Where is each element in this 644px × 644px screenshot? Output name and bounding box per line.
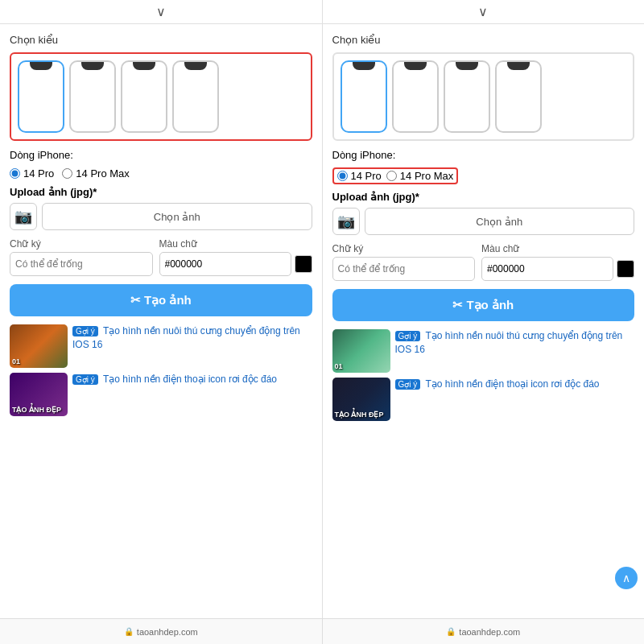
right-article-text-1: Gợi ý Tạo hình nền điện thoại icon rơi đ…: [395, 378, 635, 391]
right-article-thumb-label-0: 01: [335, 362, 343, 370]
left-article-badge-0: Gợi ý: [72, 326, 98, 336]
right-upload-label: Upload ảnh (jpg)*: [332, 191, 635, 203]
right-article-title-0[interactable]: Tạo hình nền nuôi thú cưng chuyển động t…: [395, 330, 623, 355]
top-bar-left[interactable]: ∨: [0, 0, 323, 23]
left-phone-notch-0: [30, 62, 52, 70]
right-article-thumb-label-1: TẠO ẢNH ĐẸP: [335, 411, 384, 419]
right-chu-ky-input[interactable]: [332, 257, 476, 281]
chevron-down-icon-left: ∨: [156, 4, 166, 19]
right-chon-anh-button[interactable]: Chọn ảnh: [365, 208, 635, 235]
right-camera-icon: 📷: [337, 213, 355, 230]
right-radio-14pro-label: 14 Pro: [351, 170, 382, 182]
right-article-1[interactable]: TẠO ẢNH ĐẸP Gợi ý Tạo hình nền điện thoạ…: [332, 378, 635, 421]
left-dong-iphone-label: Dòng iPhone:: [10, 149, 73, 161]
left-phone-thumb-0[interactable]: [18, 60, 64, 133]
right-article-badge-0: Gợi ý: [395, 331, 421, 341]
left-article-title-1[interactable]: Tạo hình nền điện thoại icon rơi độc đáo: [103, 374, 277, 385]
left-chu-ky-input[interactable]: [10, 252, 153, 276]
left-chu-ky-label: Chữ ký: [10, 238, 153, 250]
left-phone-thumb-2[interactable]: [121, 60, 167, 133]
right-chon-kieu-label: Chọn kiểu: [332, 34, 635, 46]
right-articles: 01 Gợi ý Tạo hình nền nuôi thú cưng chuy…: [332, 329, 635, 421]
top-bar-right[interactable]: ∨: [323, 0, 645, 23]
left-radio-14pro-input[interactable]: [10, 168, 20, 179]
right-phone-notch-1: [404, 62, 427, 70]
right-scroll-up-button[interactable]: ∧: [615, 567, 638, 589]
left-article-1[interactable]: TẠO ẢNH ĐẸP Gợi ý Tạo hình nền điện thoạ…: [10, 373, 312, 416]
left-kieu-box[interactable]: [10, 52, 312, 141]
footer-right-site: taoanhdep.com: [459, 627, 520, 637]
right-article-title-1[interactable]: Tạo hình nền điện thoại icon rơi độc đáo: [425, 378, 599, 390]
right-phone-thumb-1[interactable]: [392, 60, 439, 133]
right-phone-notch-0: [353, 62, 375, 70]
right-article-0[interactable]: 01 Gợi ý Tạo hình nền nuôi thú cưng chuy…: [332, 329, 635, 373]
left-phone-notch-1: [81, 62, 104, 70]
left-phone-thumb-1[interactable]: [69, 60, 116, 133]
left-sig-row: Chữ ký Màu chữ: [10, 238, 312, 276]
right-phone-thumb-0[interactable]: [341, 60, 387, 133]
right-tao-anh-label: ✂ Tạo ảnh: [452, 298, 514, 312]
right-chu-ky-label: Chữ ký: [332, 243, 476, 254]
left-radio-14pro[interactable]: 14 Pro: [10, 167, 54, 180]
right-dong-iphone-row: Dòng iPhone:: [332, 149, 635, 161]
right-color-row: [481, 257, 634, 281]
left-radio-14promax-input[interactable]: [62, 168, 72, 179]
right-mau-chu-group: Màu chữ: [481, 243, 634, 281]
left-phone-thumb-3[interactable]: [172, 60, 219, 133]
right-mau-chu-label: Màu chữ: [481, 243, 634, 254]
right-article-text-0: Gợi ý Tạo hình nền nuôi thú cưng chuyển …: [395, 329, 635, 357]
left-radio-14pro-label: 14 Pro: [23, 167, 54, 180]
right-article-thumb-0: 01: [332, 329, 390, 373]
left-article-thumb-1: TẠO ẢNH ĐẸP: [10, 373, 68, 416]
right-phone-thumb-2[interactable]: [444, 60, 490, 133]
left-chon-anh-label: Chọn ảnh: [154, 211, 200, 223]
panels-container: Chọn kiểu Dòng iPhone: 14 Pro: [0, 24, 644, 618]
right-radio-14promax[interactable]: 14 Pro Max: [386, 170, 453, 182]
left-tao-anh-button[interactable]: ✂ Tạo ảnh: [10, 284, 312, 316]
left-mau-chu-group: Màu chữ: [159, 238, 312, 276]
right-radio-14pro[interactable]: 14 Pro: [337, 170, 382, 182]
left-upload-row: 📷 Chọn ảnh: [10, 203, 312, 230]
right-radio-14promax-input[interactable]: [386, 171, 397, 181]
right-tao-anh-button[interactable]: ✂ Tạo ảnh: [332, 289, 635, 321]
left-upload-label: Upload ảnh (jpg)*: [10, 186, 312, 198]
left-article-title-0[interactable]: Tạo hình nền nuôi thú cưng chuyển động t…: [72, 325, 300, 350]
left-color-input[interactable]: [159, 252, 291, 276]
right-radio-group: 14 Pro 14 Pro Max: [332, 167, 635, 184]
right-upload-row: 📷 Chọn ảnh: [332, 208, 635, 235]
right-phone-notch-2: [456, 62, 478, 70]
right-phone-thumb-3[interactable]: [495, 60, 542, 133]
right-chu-ky-group: Chữ ký: [332, 243, 476, 281]
chevron-down-icon-right: ∨: [478, 4, 488, 19]
right-radio-14pro-input[interactable]: [337, 171, 348, 181]
left-radio-14promax[interactable]: 14 Pro Max: [62, 167, 129, 180]
right-radio-selected-box[interactable]: 14 Pro 14 Pro Max: [332, 167, 459, 184]
left-camera-icon: 📷: [14, 208, 32, 225]
right-article-badge-1: Gợi ý: [395, 379, 421, 390]
right-kieu-box[interactable]: [332, 52, 635, 141]
right-color-input[interactable]: [481, 257, 613, 281]
left-camera-button[interactable]: 📷: [10, 203, 37, 230]
left-article-text-0: Gợi ý Tạo hình nền nuôi thú cưng chuyển …: [72, 324, 312, 352]
right-color-swatch[interactable]: [617, 260, 634, 278]
left-mau-chu-label: Màu chữ: [159, 238, 312, 250]
left-article-text-1: Gợi ý Tạo hình nền điện thoại icon rơi đ…: [72, 373, 312, 386]
footer: 🔒 taoanhdep.com 🔒 taoanhdep.com: [0, 618, 644, 644]
right-radio-14promax-label: 14 Pro Max: [400, 170, 453, 182]
left-phone-notch-3: [184, 62, 207, 70]
right-camera-button[interactable]: 📷: [332, 208, 360, 235]
left-article-badge-1: Gợi ý: [72, 374, 98, 385]
left-article-0[interactable]: 01 Gợi ý Tạo hình nền nuôi thú cưng chuy…: [10, 324, 312, 368]
top-bar: ∨ ∨: [0, 0, 644, 24]
left-radio-14promax-label: 14 Pro Max: [76, 167, 129, 180]
left-article-thumb-0: 01: [10, 324, 68, 368]
right-dong-iphone-label: Dòng iPhone:: [332, 149, 396, 161]
right-phone-notch-3: [507, 62, 530, 70]
right-chon-anh-label: Chọn ảnh: [476, 216, 522, 228]
left-chon-anh-button[interactable]: Chọn ảnh: [42, 203, 312, 230]
left-article-thumb-label-1: TẠO ẢNH ĐẸP: [12, 406, 61, 414]
left-chon-kieu-label: Chọn kiểu: [10, 34, 312, 46]
left-phone-notch-2: [133, 62, 155, 70]
left-color-swatch[interactable]: [295, 255, 312, 273]
right-panel: Chọn kiểu Dòng iPhone: 14 Pro: [323, 24, 645, 618]
